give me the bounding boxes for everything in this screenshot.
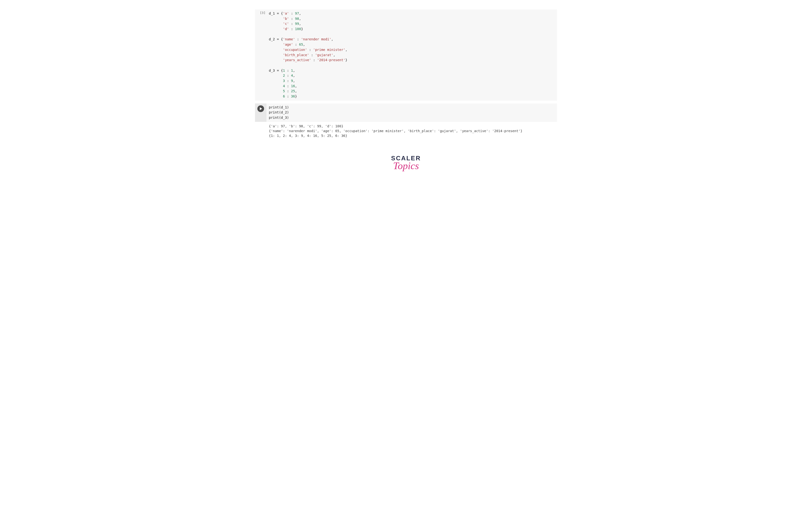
code-token: 'b' [283,17,289,20]
cell-input-2: print(d_1) print(d_2) print(d_3) [255,103,557,122]
cell-output: {'a': 97, 'b': 98, 'c': 99, 'd': 100} {'… [255,122,557,140]
code-cell-1: [3] d_1 = {'a' : 97, 'b' : 98, 'c' : 99,… [255,10,557,101]
code-token: 100 [295,27,301,31]
execution-count: [3] [255,10,266,101]
cell-gutter [255,103,266,122]
code-editor-1[interactable]: d_1 = {'a' : 97, 'b' : 98, 'c' : 99, 'd'… [266,10,557,101]
brand-logo: SCALER Topics [255,155,557,172]
code-token: 4 [283,84,285,88]
code-token: 9 [291,79,293,83]
code-token: d_2 = { [269,37,283,41]
code-token: 'prime minister' [313,48,345,52]
code-token: 1 [291,69,293,72]
code-token: 'name' [283,37,295,41]
code-token: 99 [295,22,299,26]
code-line: print(d_3) [269,116,289,119]
code-token: 'birth_place' [283,53,309,57]
code-token: 6 [283,94,285,98]
code-token: 98 [295,17,299,20]
code-line: print(d_2) [269,110,289,114]
svg-marker-0 [260,107,262,110]
output-line: {'name': 'narender modi', 'age': 65, 'oc… [269,129,522,133]
cell-input-1: [3] d_1 = {'a' : 97, 'b' : 98, 'c' : 99,… [255,10,557,101]
code-token: 'a' [283,12,289,15]
code-cell-2: print(d_1) print(d_2) print(d_3) {'a': 9… [255,103,557,140]
code-token: 'years_active' [283,58,311,62]
code-token: 4 [291,74,293,77]
code-token: '2014-present' [317,58,345,62]
run-cell-button[interactable] [257,105,264,112]
code-token: d_1 = { [269,12,283,15]
code-token: 16 [291,84,295,88]
code-token: 'c' [283,22,289,26]
code-token: 'narender modi' [301,37,331,41]
code-token: 5 [283,89,285,93]
code-token: d_3 = { [269,69,283,72]
code-token: 25 [291,89,295,93]
code-token: 3 [283,79,285,83]
code-editor-2[interactable]: print(d_1) print(d_2) print(d_3) [266,103,557,122]
code-line: print(d_1) [269,105,289,109]
code-token: 'age' [283,43,293,46]
play-icon [260,107,262,110]
output-line: {'a': 97, 'b': 98, 'c': 99, 'd': 100} [269,124,343,128]
code-token: 'occupation' [283,48,307,52]
notebook-container: [3] d_1 = {'a' : 97, 'b' : 98, 'c' : 99,… [255,10,557,172]
code-token: 'gujarat' [315,53,333,57]
code-token: 1 [283,69,285,72]
output-line: {1: 1, 2: 4, 3: 9, 4: 16, 5: 25, 6: 36} [269,134,347,138]
logo-text-sub: Topics [255,160,557,172]
code-token: 97 [295,12,299,15]
code-token: 36 [291,94,295,98]
code-token: 65 [299,43,303,46]
code-token: 'd' [283,27,289,31]
code-token: 2 [283,74,285,77]
